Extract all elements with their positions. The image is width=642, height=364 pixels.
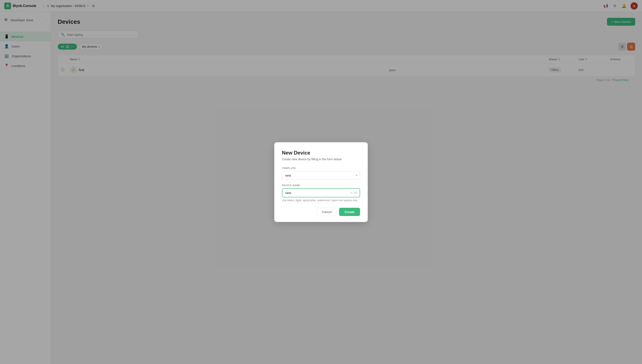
- new-device-modal: New Device Create new device by filling …: [274, 142, 368, 222]
- modal-subtitle: Create new device by filling in the form…: [282, 158, 360, 161]
- template-select-wrap: new ▾: [282, 171, 360, 180]
- template-field: TEMPLATE new ▾: [282, 167, 360, 180]
- device-name-input-wrap: 3 / 50: [282, 188, 360, 197]
- device-name-field: DEVICE NAME 3 / 50 Use letters, digits, …: [282, 184, 360, 202]
- modal-overlay[interactable]: New Device Create new device by filling …: [0, 0, 642, 364]
- template-label: TEMPLATE: [282, 167, 360, 170]
- device-name-input[interactable]: [282, 188, 360, 197]
- create-button[interactable]: Create: [339, 208, 360, 216]
- modal-footer: Cancel Create: [282, 208, 360, 216]
- device-name-counter: 3 / 50: [350, 191, 357, 194]
- modal-title: New Device: [282, 150, 360, 156]
- device-name-hint: Use letters, digits, apostrophe, undersc…: [282, 199, 360, 202]
- device-name-label: DEVICE NAME: [282, 184, 360, 186]
- template-select[interactable]: new: [282, 171, 360, 180]
- cancel-button[interactable]: Cancel: [317, 208, 337, 216]
